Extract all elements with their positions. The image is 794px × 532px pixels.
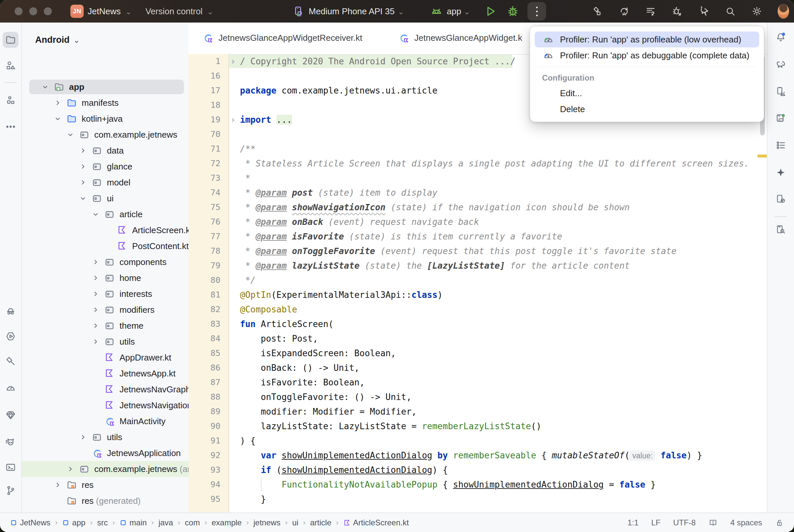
tool-button-build[interactable] [3, 353, 19, 369]
chevron-right-icon[interactable] [66, 464, 75, 474]
tree-row-jetnewsapplication[interactable]: JetnewsApplication [22, 445, 188, 461]
line-number[interactable]: 87 [188, 375, 220, 390]
attach-debugger-icon-button[interactable] [671, 5, 683, 17]
tree-row-jetnewsnavigation[interactable]: JetnewsNavigation [22, 397, 188, 413]
tool-button-device-manager[interactable] [773, 83, 789, 99]
tree-row-res[interactable]: res [22, 477, 188, 493]
tree-row-utils[interactable]: utils [22, 334, 188, 349]
tool-button-gemini-star[interactable] [773, 165, 789, 180]
breadcrumb-item-jetnews[interactable]: jetnews [254, 518, 280, 527]
code-line-95[interactable]: 95 } [188, 492, 767, 507]
code-line-77[interactable]: 77 * @param isFavorite (state) is this i… [188, 229, 767, 244]
code-line-84[interactable]: 84 post: Post, [188, 331, 767, 346]
code-line-83[interactable]: 83fun ArticleScreen( [188, 317, 767, 331]
chevron-right-icon[interactable] [78, 146, 88, 155]
line-number[interactable]: 71 [188, 141, 220, 156]
tree-row-model[interactable]: model [22, 174, 188, 190]
run-button[interactable] [484, 0, 497, 22]
breadcrumb-item-article[interactable]: article [310, 518, 331, 527]
breadcrumb-item-java[interactable]: java [158, 518, 173, 527]
line-number[interactable]: 92 [188, 448, 220, 463]
line-number[interactable]: 18 [188, 98, 220, 112]
tree-row-res[interactable]: res (generated) [22, 493, 188, 509]
line-number[interactable]: 19 [188, 112, 220, 127]
tree-row-ui[interactable]: ui [22, 190, 188, 206]
code-line-76[interactable]: 76 * @param onBack (event) request navig… [188, 214, 767, 229]
tool-button-device-mirroring[interactable] [773, 191, 789, 207]
build-hammer-icon-button[interactable] [592, 5, 604, 17]
profiler-icon-button[interactable] [645, 5, 657, 17]
debug-button[interactable] [506, 0, 519, 22]
line-number[interactable]: 79 [188, 259, 220, 273]
fold-marker-icon[interactable]: › [230, 54, 236, 69]
line-number[interactable]: 85 [188, 346, 220, 361]
tree-row-app[interactable]: app [22, 79, 188, 95]
version-control-menu[interactable]: Version control [145, 6, 202, 17]
chevron-down-icon[interactable] [78, 194, 88, 203]
chevron-right-icon[interactable] [78, 178, 88, 187]
tree-row-data[interactable]: data [22, 142, 188, 158]
chevron-right-icon[interactable] [78, 433, 88, 442]
tree-row-gradle-scripts[interactable]: Gradle Scripts [22, 509, 188, 512]
code-line-73[interactable]: 73 * [188, 171, 767, 185]
editor-tab-1[interactable]: JetnewsGlanceAppWidgetReceiver.kt [202, 22, 363, 53]
line-number[interactable]: 17 [188, 83, 220, 98]
tree-row-jetnewsnavgraph-[interactable]: JetnewsNavGraph. [22, 381, 188, 397]
tree-row-appdrawer-kt[interactable]: AppDrawer.kt [22, 349, 188, 365]
tool-button-more-tools[interactable] [3, 119, 19, 135]
line-number[interactable]: 70 [188, 127, 220, 141]
chevron-right-icon[interactable] [53, 480, 62, 490]
line-number[interactable]: 83 [188, 317, 220, 331]
tool-button-notifications-bell[interactable] [773, 29, 789, 45]
code-line-88[interactable]: 88 onToggleFavorite: () -> Unit, [188, 390, 767, 404]
minimize-window-button[interactable] [29, 7, 37, 15]
tool-button-project-folder[interactable] [3, 32, 19, 48]
line-number[interactable]: 77 [188, 229, 220, 244]
line-number[interactable]: 73 [188, 171, 220, 185]
tree-row-articlescreen-kt[interactable]: ArticleScreen.kt [22, 222, 188, 238]
tool-button-running-devices[interactable] [773, 110, 789, 126]
line-number[interactable]: 84 [188, 331, 220, 346]
line-number[interactable]: 75 [188, 200, 220, 214]
tree-row-com-example-jetnews[interactable]: com.example.jetnews [22, 127, 188, 142]
code-line-82[interactable]: 82@Composable [188, 302, 767, 317]
code-viewport[interactable]: 1›/ Copyright 2020 The Android Open Sour… [188, 54, 767, 512]
chevron-right-icon[interactable] [53, 98, 62, 108]
menu-item-delete[interactable]: Delete [560, 102, 585, 116]
status-item-lf[interactable]: LF [651, 518, 661, 527]
tool-button-device-explorer[interactable] [773, 222, 789, 238]
tool-button-app-inspection[interactable] [3, 407, 19, 423]
chevron-down-icon[interactable] [40, 82, 50, 92]
breadcrumb-item-com[interactable]: com [185, 518, 200, 527]
breadcrumb-item-app[interactable]: app [62, 518, 85, 527]
search-icon-button[interactable] [724, 5, 736, 17]
chevron-right-icon[interactable] [91, 305, 100, 315]
chevron-down-icon[interactable] [91, 210, 100, 219]
line-number[interactable]: 78 [188, 244, 220, 259]
breadcrumb-item-example[interactable]: example [211, 518, 242, 527]
chevron-right-icon[interactable] [91, 321, 100, 330]
tool-button-gradle[interactable] [773, 56, 789, 72]
menu-item-edit[interactable]: Edit... [560, 86, 582, 100]
editor-tab-2[interactable]: JetnewsGlanceAppWidget.k [398, 22, 522, 53]
tool-button-logcat[interactable] [3, 434, 19, 450]
status-inspections-widget-icon[interactable] [708, 518, 718, 527]
chevron-right-icon[interactable] [91, 289, 100, 299]
code-line-72[interactable]: 72 * Stateless Article Screen that displ… [188, 156, 767, 171]
code-line-81[interactable]: 81@OptIn(ExperimentalMaterial3Api::class… [188, 288, 767, 302]
user-avatar[interactable] [777, 5, 789, 17]
chevron-right-icon[interactable] [91, 258, 100, 267]
close-window-button[interactable] [15, 7, 22, 15]
line-number[interactable]: 91 [188, 434, 220, 448]
breadcrumb-item-jetnews[interactable]: JetNews [10, 518, 51, 527]
line-number[interactable]: 82 [188, 302, 220, 317]
chevron-right-icon[interactable] [78, 162, 88, 171]
code-line-90[interactable]: 90 lazyListState: LazyListState = rememb… [188, 419, 767, 434]
menu-item-profiler-1[interactable]: Profiler: Run 'app' as profileable (low … [535, 32, 759, 48]
chevron-down-icon[interactable] [53, 114, 62, 124]
tool-button-terminal[interactable] [3, 459, 19, 475]
tree-row-glance[interactable]: glance [22, 158, 188, 174]
tree-row-modifiers[interactable]: modifiers [22, 302, 188, 318]
more-run-options-button[interactable] [528, 0, 546, 22]
chevron-right-icon[interactable] [91, 273, 100, 283]
